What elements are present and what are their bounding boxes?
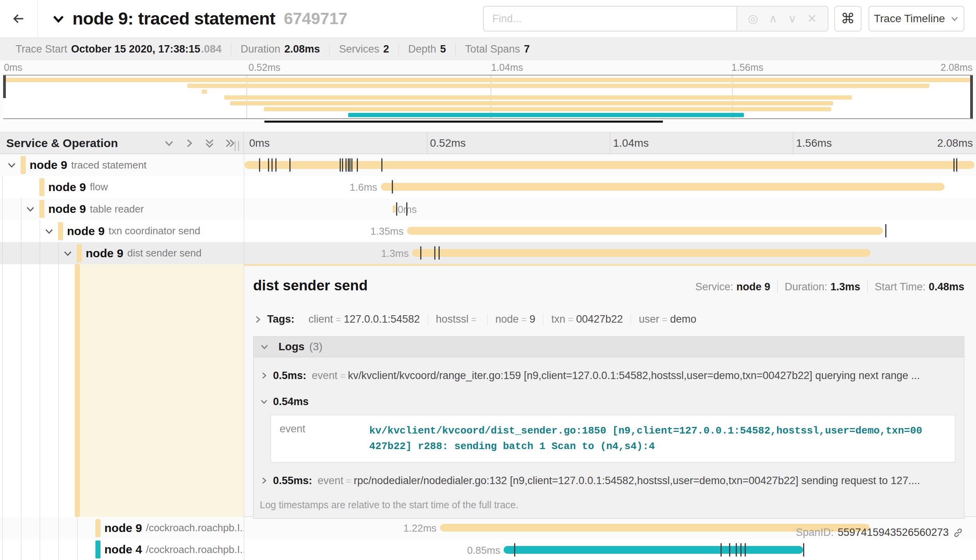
next-result-icon[interactable]: ∨ [788,13,796,25]
log-marker-tick [357,158,358,172]
log-marker-tick [349,158,351,172]
detail-duration: Duration: 1.3ms [778,281,868,293]
detail-service: Service: node 9 [688,281,778,293]
span-bar[interactable] [381,183,945,191]
log-marker-tick [745,543,746,556]
span-bar[interactable] [504,546,803,554]
log-marker-tick [351,158,352,172]
span-detail-title: dist sender send [253,277,368,294]
trace-timeline-page: node 9: traced statement 6749717 ◎ ∧ ∨ ✕… [0,0,976,560]
log-time: 0.5ms: [273,370,307,382]
locate-icon[interactable]: ◎ [748,13,758,25]
collapse-trace-chevron-icon[interactable] [51,12,65,26]
logs-count: (3) [309,341,322,353]
trace-title-group: node 9: traced statement 6749717 [51,0,347,37]
log-marker-tick [340,158,341,172]
indent-guide [77,517,78,560]
span-bar[interactable] [412,249,870,257]
minimap-span [224,95,852,100]
expand-all-icon[interactable] [224,138,235,149]
span-id-row: SpanID: 5597415943526560273 [253,527,964,539]
span-operation: flow [90,181,108,193]
ruler-tick-label: 2.08ms [937,137,973,149]
log-marker-tick [434,246,435,260]
span-row-flow[interactable]: node 9 flow 1.6ms [0,176,976,198]
span-service: node 9 [30,158,67,172]
span-detail-meta: Service: node 9 Duration: 1.3ms Start Ti… [688,281,964,293]
minimap-ruler: 0ms 0.52ms 1.04ms 1.56ms 2.08ms [0,61,976,74]
pane-divider[interactable] [244,154,244,560]
log-marker-tick [956,158,957,172]
indent-guide [58,242,59,560]
trace-view-selector[interactable]: Trace Timeline [869,6,964,32]
indent-guide [21,198,21,560]
find-result-controls: ◎ ∧ ∨ ✕ [736,6,828,32]
tag-hostssl: hostssl [428,313,488,325]
minimap-left-drag-handle[interactable] [3,75,6,98]
ruler-tick-label: 0ms [246,137,270,149]
span-color-bar [95,541,100,558]
expand-one-icon[interactable] [184,138,195,149]
minimap-right-drag-handle[interactable] [970,75,973,118]
chevron-down-icon[interactable] [62,248,73,258]
span-service: node 4 [104,543,142,556]
ruler-tick-label: 1.56ms [793,137,832,149]
prev-result-icon[interactable]: ∧ [769,13,777,25]
minimap-span [202,90,206,94]
span-bar[interactable] [393,205,396,213]
minimap-scroll-indicator[interactable] [264,121,662,123]
span-row-node4-grpc[interactable]: node 4 /cockroach.roachpb.I... 0.85ms [0,539,976,560]
trace-id-short: 6749717 [284,9,348,28]
span-row-txn-coordinator-send[interactable]: node 9 txn coordinator send 1.35ms [0,220,976,242]
keyboard-shortcuts-button[interactable]: ⌘ [834,6,861,32]
app-header: node 9: traced statement 6749717 ◎ ∧ ∨ ✕… [0,0,976,38]
tag-user: userdemo [631,313,704,325]
collapse-all-icon[interactable] [204,138,215,149]
minimap-span [230,101,833,105]
span-operation: table reader [90,203,144,215]
log-marker-tick [721,543,722,556]
tags-toggle-row[interactable]: Tags: client127.0.0.1:54582 hostssl node… [253,313,964,325]
expanded-span-left-panel [0,264,244,517]
collapse-one-icon[interactable] [164,138,174,149]
chevron-down-icon[interactable] [6,160,17,170]
log-marker-tick [345,158,347,172]
chevron-down-icon[interactable] [44,226,54,236]
link-icon[interactable] [953,527,964,538]
log-marker-tick [953,158,955,172]
tree-header-controls [164,138,235,149]
span-bar[interactable] [407,227,883,235]
span-id-value: 5597415943526560273 [838,527,949,539]
span-operation: /cockroach.roachpb.I... [146,522,244,534]
indent-guide [40,220,40,560]
span-bar[interactable] [245,161,974,169]
span-row-dist-sender-send[interactable]: node 9 dist sender send 1.3ms [0,242,976,264]
logs-footnote: Log timestamps are relative to the start… [254,489,964,511]
span-row-table-reader[interactable]: node 9 table reader 0ms [0,198,976,220]
span-service: node 9 [104,521,142,535]
column-resize-grip[interactable] [234,141,239,151]
chevron-right-icon [253,315,262,324]
minimap-span [187,84,929,88]
log-marker-tick [348,158,349,172]
tag-client: client127.0.0.1:54582 [301,313,428,325]
span-row-traced-statement[interactable]: node 9 traced statement [0,154,976,176]
chevron-down-icon[interactable] [25,204,35,214]
minimap-viewport[interactable] [3,75,973,119]
find-input[interactable] [483,6,736,32]
clear-search-icon[interactable]: ✕ [807,13,817,25]
log-entry-1[interactable]: 0.5ms: event kv/kvclient/kvcoord/range_i… [254,360,964,384]
tag-node: node9 [488,313,544,325]
arrow-left-icon [11,11,26,26]
log-time: 0.54ms [273,396,309,408]
minimap-tick-label: 1.04ms [491,62,523,73]
back-button[interactable] [0,0,38,37]
minimap-span [348,113,744,117]
log-entry-3[interactable]: 0.55ms: event rpc/nodedialer/nodedialer.… [254,466,964,489]
logs-title: Logs [278,341,305,353]
log-marker-tick [406,202,407,216]
log-marker-tick [396,202,397,216]
log-entry-2[interactable]: 0.54ms [254,384,964,410]
log-marker-tick [271,158,273,172]
logs-header[interactable]: Logs (3) [253,336,964,357]
